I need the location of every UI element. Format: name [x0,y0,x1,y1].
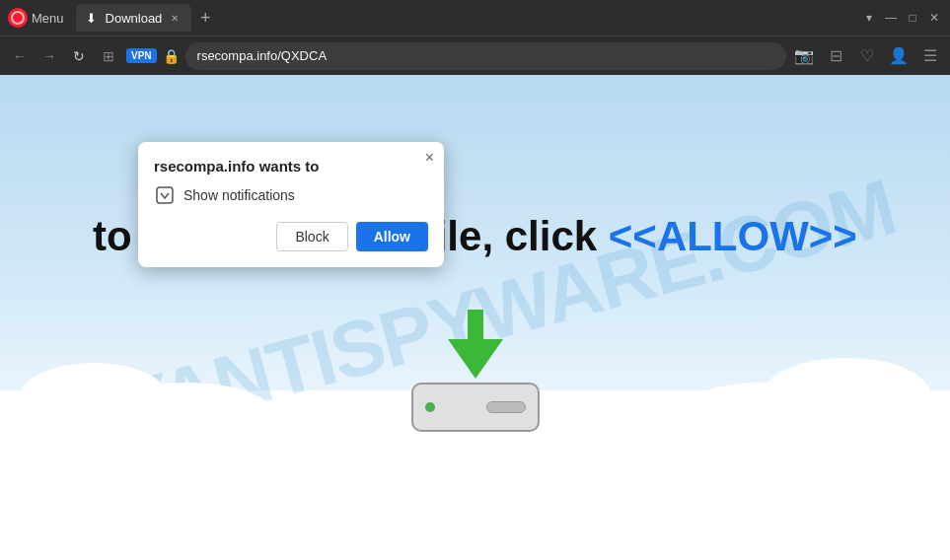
shield-icon[interactable]: ⊟ [824,44,847,68]
close-button[interactable]: ✕ [926,10,942,26]
headline-highlight: <<ALLOW>> [609,213,857,259]
minimize-button[interactable]: — [883,10,899,26]
refresh-button[interactable]: ↻ [67,44,91,68]
opera-logo[interactable] [8,8,28,28]
back-button[interactable]: ← [8,44,32,68]
popup-buttons: Block Allow [154,222,428,251]
window-controls: ▾ — □ ✕ [861,10,942,26]
popup-description: Show notifications [183,187,295,203]
menu-icon[interactable]: ☰ [918,44,942,68]
popup-title: rsecompa.info wants to [154,158,428,175]
browser-content: MYANTISPYWARE.COM to download the file, … [0,75,950,560]
hdd-slot [486,401,526,413]
vpn-badge[interactable]: VPN [126,48,157,63]
heart-icon[interactable]: ♡ [855,44,879,68]
block-button[interactable]: Block [276,222,347,251]
active-tab[interactable]: ⬇ Download ✕ [76,4,192,32]
notification-icon [154,184,176,206]
tab-title: Download [106,11,163,26]
user-icon[interactable]: 👤 [887,44,911,68]
menu-label[interactable]: Menu [32,11,64,26]
svg-rect-0 [157,187,173,203]
hdd-led [425,402,435,412]
new-tab-button[interactable]: + [193,6,217,30]
url-input[interactable] [185,42,786,70]
download-illustration [411,310,540,432]
tab-bar: ⬇ Download ✕ + [76,4,857,32]
tab-close-button[interactable]: ✕ [168,11,182,25]
popup-row: Show notifications [154,184,428,206]
browser-chrome: Menu ⬇ Download ✕ + ▾ — □ ✕ ← → ↻ ⊞ VPN … [0,0,950,75]
tabs-button[interactable]: ⊞ [97,44,120,68]
notification-popup: × rsecompa.info wants to Show notificati… [138,142,444,267]
allow-button[interactable]: Allow [356,222,428,251]
lock-icon: 🔒 [163,48,180,64]
address-bar: ← → ↻ ⊞ VPN 🔒 📷 ⊟ ♡ 👤 ☰ [0,35,950,75]
dropdown-icon[interactable]: ▾ [861,10,877,26]
tab-favicon: ⬇ [86,11,100,25]
popup-close-button[interactable]: × [425,150,434,166]
maximize-button[interactable]: □ [905,10,920,26]
camera-icon[interactable]: 📷 [792,44,816,68]
hdd-body [411,383,540,432]
forward-button[interactable]: → [37,44,61,68]
title-bar: Menu ⬇ Download ✕ + ▾ — □ ✕ [0,0,950,35]
toolbar-icons: 📷 ⊟ ♡ 👤 ☰ [792,44,942,68]
